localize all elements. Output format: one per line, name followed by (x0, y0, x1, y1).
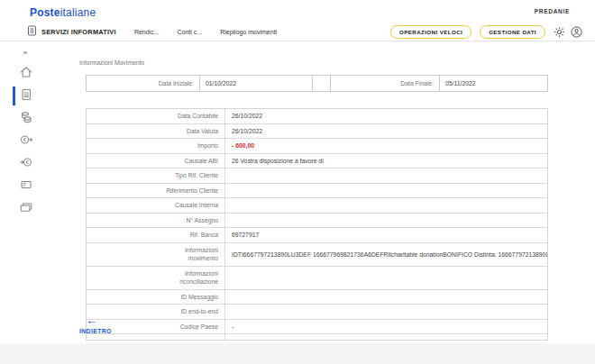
row-value (224, 198, 547, 213)
card-icon (19, 200, 33, 218)
row-label: Causale ABI (87, 154, 224, 168)
row-label: ID Messaggio (87, 290, 224, 305)
sidebar-item-home[interactable] (0, 62, 51, 85)
nav-section-servizi-informativi[interactable]: SERVIZI INFORMATIVI (27, 23, 116, 40)
row-label: Informazioni movimento (87, 243, 224, 266)
table-row: Codice Paese- (87, 320, 547, 335)
table-row: N° Assegno (87, 214, 547, 229)
table-row: Tipo Rif. Cliente (87, 168, 547, 184)
row-value (224, 267, 547, 289)
nav-tab-conti-correnti[interactable]: Conti c... (178, 29, 203, 35)
profile-icon[interactable] (571, 26, 582, 38)
page-title: Informazioni Movimento (79, 59, 144, 66)
row-value (224, 290, 547, 305)
row-value: 26 Vostra disposizione a favore di (224, 154, 547, 168)
row-value (224, 184, 547, 198)
table-row: Causale ABI26 Vostra disposizione a favo… (87, 154, 547, 169)
row-label: Data Valuta (87, 124, 224, 139)
row-value: IDTI6667797213890LU3DEF 166677969821736A… (224, 243, 547, 266)
row-value: - 600,00 (224, 139, 547, 153)
row-value: 26/10/2022 (224, 109, 547, 123)
nav-section-label: SERVIZI INFORMATIVI (41, 28, 116, 36)
date-bar-spacer (312, 76, 330, 91)
nav-bar: SERVIZI INFORMATIVI Rendic... Conti c...… (0, 23, 595, 41)
document-icon (27, 23, 37, 40)
sidebar-item-incoming-transfers[interactable]: € (0, 152, 51, 175)
row-label: Rif. Banca (87, 228, 224, 242)
details-table: Data Contabile26/10/2022Data Valuta26/10… (86, 108, 548, 341)
table-row: Causale Interna (87, 198, 547, 214)
table-row: Informazioni movimentoIDTI6667797213890L… (87, 243, 547, 267)
document-page-icon (19, 87, 33, 105)
nav-tab-riepilogo-movimenti[interactable]: Riepilogo movimenti (220, 29, 277, 35)
logo-bold-part: Poste (30, 6, 60, 19)
data-finale-label: Data Finale: (330, 76, 439, 91)
gestione-dati-button[interactable]: GESTIONE DATI (480, 25, 545, 39)
table-row: Data Valuta26/10/2022 (87, 124, 547, 140)
sidebar-item-outgoing-transfers[interactable]: € (0, 130, 51, 152)
sidebar-item-bollettino[interactable] (0, 175, 51, 197)
sidebar: » (0, 41, 51, 343)
row-label: Causale Interna (87, 198, 224, 213)
page: Posteitaliane PREDANIE SERVIZI INFORMATI… (0, 0, 595, 364)
row-value (224, 305, 547, 319)
nav-tab-rendicontazione[interactable]: Rendic... (134, 29, 160, 35)
row-value: 26/10/2022 (224, 124, 547, 139)
data-finale-field[interactable]: 05/11/2022 (439, 76, 547, 91)
indietro-back-link[interactable]: ← INDIETRO (79, 315, 112, 334)
sidebar-item-documents[interactable] (0, 85, 51, 107)
row-value: 69727917 (224, 228, 547, 242)
table-filler-row (87, 334, 547, 340)
table-row: ID Messaggio (87, 290, 547, 305)
logo-rest-part: italiane (60, 6, 96, 19)
sidebar-item-cards[interactable] (0, 197, 51, 220)
data-iniziale-field[interactable]: 01/10/2022 (199, 76, 312, 91)
euro-out-icon: € (19, 132, 33, 150)
table-row: Informazioni riconciliazione (87, 267, 547, 290)
row-value: - (224, 320, 547, 334)
row-value (224, 214, 547, 228)
username-label: PREDANIE (535, 8, 570, 14)
table-row: Importo- 600,00 (87, 139, 547, 154)
coins-stack-icon (19, 110, 33, 128)
date-filter-bar: Data Iniziale: 01/10/2022 Data Finale: 0… (86, 75, 548, 92)
data-iniziale-label: Data Iniziale: (87, 76, 199, 91)
sidebar-expand-toggle[interactable]: » (0, 41, 51, 62)
table-row: Data Contabile26/10/2022 (87, 109, 547, 124)
row-label: N° Assegno (87, 214, 224, 228)
back-label: INDIETRO (79, 328, 112, 334)
row-value (224, 168, 547, 183)
svg-text:€: € (23, 137, 26, 142)
euro-in-icon: € (19, 155, 33, 173)
payment-slip-icon (19, 177, 33, 196)
row-label: Riferimento Cliente (87, 184, 224, 198)
table-row: Riferimento Cliente (87, 184, 547, 199)
gear-icon[interactable] (554, 26, 565, 38)
home-icon (19, 65, 33, 83)
footer-band (0, 343, 595, 364)
row-label: Data Contabile (87, 109, 224, 123)
poste-italiane-logo[interactable]: Posteitaliane (30, 6, 96, 19)
back-arrow-icon: ← (86, 315, 112, 325)
row-label: Tipo Rif. Cliente (87, 168, 224, 183)
row-label: Importo (87, 139, 224, 153)
chevron-double-right-icon: » (23, 49, 28, 57)
operazioni-veloci-button[interactable]: OPERAZIONI VELOCI (390, 25, 471, 39)
table-row: ID end-to-end (87, 305, 547, 320)
row-label: Informazioni riconciliazione (87, 267, 224, 289)
sidebar-item-accounts[interactable] (0, 107, 51, 130)
table-row: Rif. Banca69727917 (87, 228, 547, 243)
svg-text:€: € (25, 159, 29, 165)
